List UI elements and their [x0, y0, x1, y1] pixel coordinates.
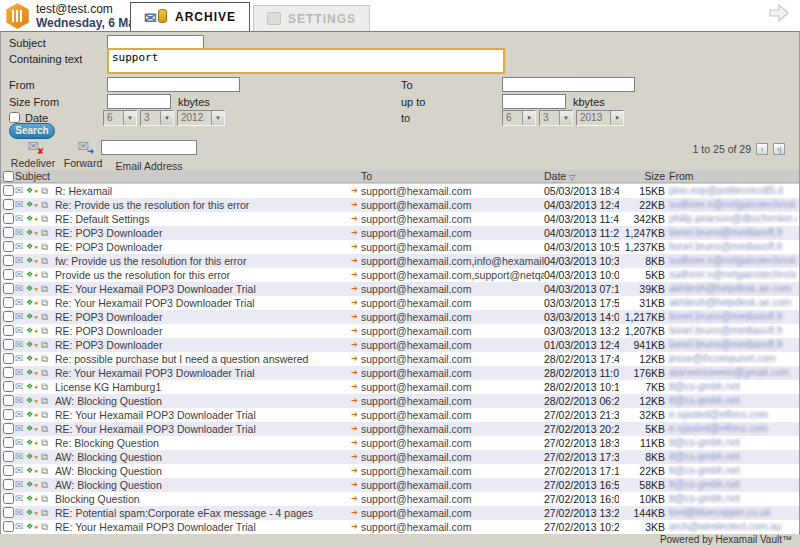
email-row[interactable]: ✉ ❖ ● ⧉ AW: Blocking Question ➔ support@… [1, 478, 799, 492]
row-checkbox[interactable] [3, 521, 14, 532]
email-subject[interactable]: Re: Blocking Question [55, 436, 347, 450]
email-subject[interactable]: RE: Your Hexamail POP3 Downloader Trial [55, 282, 347, 296]
email-row[interactable]: ✉ ❖ ● ⧉ RE: Your Hexamail POP3 Downloade… [1, 282, 799, 296]
column-header-size[interactable]: Size [631, 170, 665, 183]
column-header-date[interactable]: Date ▽ [544, 170, 575, 184]
date-from-year-select[interactable]: 2012▾ [177, 110, 225, 126]
email-row[interactable]: ✉ ❖ ● ⧉ Blocking Question ➔ support@hexa… [1, 492, 799, 506]
row-checkbox[interactable] [3, 283, 14, 294]
row-checkbox[interactable] [3, 367, 14, 378]
email-row[interactable]: ✉ ❖ ● ⧉ RE: POP3 Downloader ➔ support@he… [1, 310, 799, 324]
email-subject[interactable]: RE: Your Hexamail POP3 Downloader Trial [55, 422, 347, 436]
email-subject[interactable]: AW: Blocking Question [55, 450, 347, 464]
email-row[interactable]: ✉ ❖ ● ⧉ Re: possible purchase but I need… [1, 352, 799, 366]
email-row[interactable]: ✉ ❖ ● ⧉ License KG Hamburg1 ➔ support@he… [1, 380, 799, 394]
email-row[interactable]: ✉ ❖ ● ⧉ fw: Provide us the resolution fo… [1, 254, 799, 268]
select-all-checkbox[interactable] [3, 171, 14, 182]
date-to-day-select[interactable]: 6▾ [502, 110, 536, 126]
date-from-month-select[interactable]: 3▾ [140, 110, 174, 126]
email-row[interactable]: ✉ ❖ ● ⧉ R: Hexamail ➔ support@hexamail.c… [1, 184, 799, 198]
email-row[interactable]: ✉ ❖ ● ⧉ Re: Your Hexamail POP3 Downloade… [1, 366, 799, 380]
next-page-arrow-icon[interactable] [768, 4, 790, 22]
email-subject[interactable]: Re: possible purchase but I need a quest… [55, 352, 347, 366]
redeliver-button[interactable]: ✉✘ Redeliver [7, 140, 59, 169]
email-subject[interactable]: License KG Hamburg1 [55, 380, 347, 394]
email-subject[interactable]: Re: Provide us the resolution for this e… [55, 198, 347, 212]
email-row[interactable]: ✉ ❖ ● ⧉ RE: Default Settings ➔ support@h… [1, 212, 799, 226]
row-checkbox[interactable] [3, 227, 14, 238]
row-checkbox[interactable] [3, 255, 14, 266]
email-subject[interactable]: Re: Your Hexamail POP3 Downloader Trial [55, 296, 347, 310]
search-button[interactable]: Search [9, 123, 55, 139]
date-to-month-select[interactable]: 3▾ [539, 110, 573, 126]
email-subject[interactable]: AW: Blocking Question [55, 478, 347, 492]
email-row[interactable]: ✉ ❖ ● ⧉ RE: POP3 Downloader ➔ support@he… [1, 226, 799, 240]
row-checkbox[interactable] [3, 353, 14, 364]
email-subject[interactable]: RE: POP3 Downloader [55, 338, 347, 352]
email-subject[interactable]: RE: Default Settings [55, 212, 347, 226]
row-checkbox[interactable] [3, 493, 14, 504]
email-subject[interactable]: RE: POP3 Downloader [55, 240, 347, 254]
tab-archive[interactable]: ✉ ARCHIVE [130, 2, 250, 31]
email-subject[interactable]: RE: POP3 Downloader [55, 324, 347, 338]
containing-text-input[interactable]: support [107, 48, 505, 74]
email-row[interactable]: ✉ ❖ ● ⧉ Re: Your Hexamail POP3 Downloade… [1, 296, 799, 310]
email-row[interactable]: ✉ ❖ ● ⧉ AW: Blocking Question ➔ support@… [1, 464, 799, 478]
row-checkbox[interactable] [3, 451, 14, 462]
row-checkbox[interactable] [3, 423, 14, 434]
email-subject[interactable]: RE: Potential spam:Corporate eFax messag… [55, 506, 347, 520]
email-subject[interactable]: Re: Your Hexamail POP3 Downloader Trial [55, 366, 347, 380]
email-subject[interactable]: Blocking Question [55, 492, 347, 506]
email-row[interactable]: ✉ ❖ ● ⧉ Re: Blocking Question ➔ support@… [1, 436, 799, 450]
row-checkbox[interactable] [3, 339, 14, 350]
column-header-subject[interactable]: Subject [15, 170, 50, 183]
email-row[interactable]: ✉ ❖ ● ⧉ RE: POP3 Downloader ➔ support@he… [1, 338, 799, 352]
to-input[interactable] [502, 77, 635, 92]
email-row[interactable]: ✉ ❖ ● ⧉ RE: Your Hexamail POP3 Downloade… [1, 520, 799, 534]
email-row[interactable]: ✉ ❖ ● ⧉ AW: Blocking Question ➔ support@… [1, 394, 799, 408]
row-checkbox[interactable] [3, 465, 14, 476]
row-checkbox[interactable] [3, 325, 14, 336]
email-subject[interactable]: fw: Provide us the resolution for this e… [55, 254, 347, 268]
date-to-year-select[interactable]: 2013▾ [576, 110, 624, 126]
email-row[interactable]: ✉ ❖ ● ⧉ RE: POP3 Downloader ➔ support@he… [1, 240, 799, 254]
email-row[interactable]: ✉ ❖ ● ⧉ Re: Provide us the resolution fo… [1, 198, 799, 212]
row-checkbox[interactable] [3, 213, 14, 224]
email-subject[interactable]: RE: POP3 Downloader [55, 226, 347, 240]
column-header-from[interactable]: From [669, 170, 694, 183]
row-checkbox[interactable] [3, 241, 14, 252]
email-subject[interactable]: AW: Blocking Question [55, 464, 347, 478]
email-row[interactable]: ✉ ❖ ● ⧉ RE: Your Hexamail POP3 Downloade… [1, 408, 799, 422]
email-row[interactable]: ✉ ❖ ● ⧉ Provide us the resolution for th… [1, 268, 799, 282]
row-checkbox[interactable] [3, 297, 14, 308]
row-checkbox[interactable] [3, 185, 14, 196]
email-subject[interactable]: R: Hexamail [55, 184, 347, 198]
email-row[interactable]: ✉ ❖ ● ⧉ RE: Potential spam:Corporate eFa… [1, 506, 799, 520]
size-from-input[interactable] [107, 94, 171, 109]
row-checkbox[interactable] [3, 199, 14, 210]
row-checkbox[interactable] [3, 311, 14, 322]
column-header-to[interactable]: To [361, 170, 372, 183]
email-row[interactable]: ✉ ❖ ● ⧉ RE: Your Hexamail POP3 Downloade… [1, 422, 799, 436]
email-subject[interactable]: RE: Your Hexamail POP3 Downloader Trial [55, 408, 347, 422]
tab-settings[interactable]: SETTINGS [253, 5, 370, 31]
row-checkbox[interactable] [3, 479, 14, 490]
row-checkbox[interactable] [3, 409, 14, 420]
date-checkbox[interactable] [9, 112, 20, 123]
email-row[interactable]: ✉ ❖ ● ⧉ AW: Blocking Question ➔ support@… [1, 450, 799, 464]
email-subject[interactable]: AW: Blocking Question [55, 394, 347, 408]
date-from-day-select[interactable]: 6▾ [103, 110, 137, 126]
email-row[interactable]: ✉ ❖ ● ⧉ RE: POP3 Downloader ➔ support@he… [1, 324, 799, 338]
email-subject[interactable]: RE: Your Hexamail POP3 Downloader Trial [55, 520, 347, 534]
row-checkbox[interactable] [3, 381, 14, 392]
from-input[interactable] [107, 77, 240, 92]
last-page-button[interactable]: ›| [773, 143, 785, 155]
row-checkbox[interactable] [3, 507, 14, 518]
row-checkbox[interactable] [3, 395, 14, 406]
row-checkbox[interactable] [3, 437, 14, 448]
size-up-to-input[interactable] [502, 94, 566, 109]
email-address-input[interactable] [101, 140, 197, 155]
next-page-button[interactable]: › [756, 143, 768, 155]
row-checkbox[interactable] [3, 269, 14, 280]
email-subject[interactable]: RE: POP3 Downloader [55, 310, 347, 324]
